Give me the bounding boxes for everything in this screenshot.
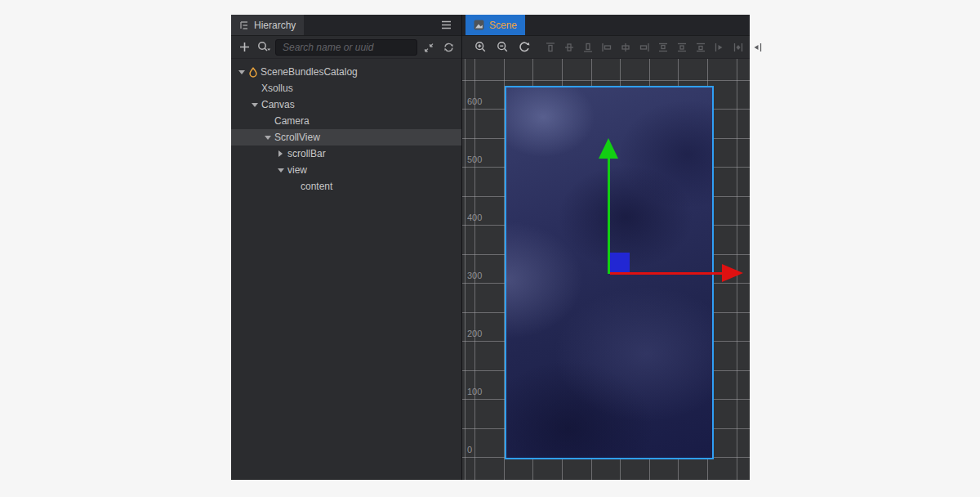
collapse-all-icon[interactable] [421,39,437,56]
search-input[interactable] [275,39,417,56]
distribute-left-icon: .f{fill:#5e5f62;stroke:none} [713,39,725,56]
hierarchy-tree-icon [239,20,249,30]
tree-node-scrollview[interactable]: ScrollView [231,129,461,146]
align-bottom-icon: .f{fill:#5e5f62;stroke:none} [581,39,594,56]
tab-scene-label: Scene [489,20,517,31]
scene-image-icon [474,20,484,30]
tree-node-scenebundlescatalog[interactable]: SceneBundlesCatalog [231,64,461,80]
distribute-middle-icon: .f{fill:#5e5f62;stroke:none} [675,39,688,56]
align-right-icon: .f{fill:#5e5f62;stroke:none} [638,39,650,56]
tree-node-xsollus[interactable]: Xsollus [231,80,461,96]
chevron-right-icon[interactable] [275,150,286,157]
x-axis-gizmo[interactable] [610,272,722,275]
chevron-down-icon[interactable] [275,168,286,172]
tree-node-label: content [299,181,332,192]
tree-node-canvas[interactable]: Canvas [231,96,461,113]
plus-icon[interactable] [236,39,252,56]
editor-window: Hierarchy [231,15,750,480]
tab-hierarchy-label: Hierarchy [254,20,296,31]
chevron-down-icon[interactable] [262,136,273,140]
ruler-label-100: 100 [467,386,482,397]
ruler-label-500: 500 [467,154,482,165]
tab-hierarchy[interactable]: Hierarchy [231,15,304,35]
ruler-label-300: 300 [467,270,482,281]
scene-viewport[interactable]: 6005004003002001000 [462,59,750,480]
reset-view-icon[interactable] [516,39,532,56]
zoom-in-icon[interactable] [472,39,488,56]
zoom-out-icon[interactable] [494,39,510,56]
distribute-center-icon: .f{fill:#5e5f62;stroke:none} [732,39,744,56]
tree-node-content[interactable]: content [231,178,461,195]
refresh-icon[interactable] [440,39,457,56]
grid-line-horizontal [462,80,750,81]
hierarchy-tree: SceneBundlesCatalogXsollusCanvasCameraSc… [231,59,461,480]
y-axis-arrowhead-icon[interactable] [599,138,618,159]
distribute-right-icon: .f{fill:#5e5f62;stroke:none} [751,39,763,56]
tree-node-label: Xsollus [260,83,293,94]
scene-panel: Scene [461,15,750,480]
scene-asset-icon [247,67,259,78]
tree-node-scrollbar[interactable]: scrollBar [231,146,461,162]
align-middle-icon: .f{fill:#5e5f62;stroke:none} [563,39,575,56]
align-top-icon: .f{fill:#5e5f62;stroke:none} [544,39,556,56]
tree-node-label: SceneBundlesCatalog [259,66,358,78]
scene-toolbar: .f{fill:#5e5f62;stroke:none}.f{fill:#5e5… [462,36,750,59]
chevron-down-icon[interactable] [249,103,260,107]
distribute-top-icon: .f{fill:#5e5f62;stroke:none} [657,39,669,56]
hierarchy-tabbar: Hierarchy [231,15,461,36]
hamburger-menu-icon[interactable] [438,17,454,34]
align-left-icon: .f{fill:#5e5f62;stroke:none} [600,39,612,56]
tab-scene[interactable]: Scene [466,15,525,35]
ruler-label-200: 200 [467,328,482,339]
alignment-tools-group: .f{fill:#5e5f62;stroke:none}.f{fill:#5e5… [544,39,763,56]
x-axis-arrowhead-icon[interactable] [722,264,743,282]
tree-node-label: Camera [273,115,310,127]
tree-node-label: view [286,164,307,176]
ruler-label-0: 0 [467,444,472,455]
scene-tabbar: Scene [462,15,750,36]
grid-line-vertical [465,59,466,480]
ruler-label-600: 600 [467,96,482,107]
align-center-icon: .f{fill:#5e5f62;stroke:none} [619,39,631,56]
search-filter-icon[interactable] [256,39,272,56]
tree-node-label: scrollBar [286,148,326,159]
chevron-down-icon[interactable] [236,70,247,74]
ruler-label-400: 400 [467,212,482,223]
hierarchy-panel: Hierarchy [231,15,461,480]
node-position-handle[interactable] [610,253,630,272]
tree-node-view[interactable]: view [231,162,461,178]
y-axis-gizmo[interactable] [608,158,610,274]
tree-node-label: Canvas [260,99,295,110]
tree-node-label: ScrollView [273,132,320,143]
hierarchy-toolbar [231,36,461,59]
distribute-bottom-icon: .f{fill:#5e5f62;stroke:none} [694,39,706,56]
tree-node-camera[interactable]: Camera [231,113,461,129]
